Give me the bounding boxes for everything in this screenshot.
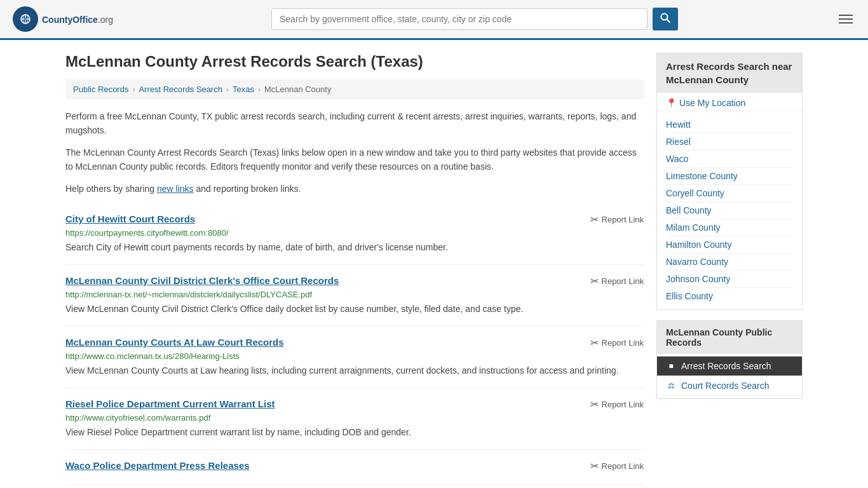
report-link-label-3: Report Link [602,400,644,409]
result-title-3[interactable]: Riesel Police Department Current Warrant… [65,398,275,409]
nearby-link-10[interactable]: Ellis County [666,288,793,304]
nearby-link-0[interactable]: Hewitt [666,116,793,133]
desc3-suffix: and reporting broken links. [194,184,301,194]
public-records-link-0[interactable]: ■Arrest Records Search [657,356,802,376]
use-location-link[interactable]: Use My Location [679,98,745,108]
report-icon-1: ✂ [590,275,599,287]
breadcrumb-texas[interactable]: Texas [233,85,254,94]
menu-button[interactable] [836,12,855,26]
results-list: City of Hewitt Court Records ✂ Report Li… [65,203,644,485]
result-item: Waco Police Department Press Releases ✂ … [65,450,644,485]
description-1: Perform a free McLennan County, TX publi… [65,109,644,138]
nearby-title: Arrest Records Search near McLennan Coun… [657,53,802,93]
description-2: The McLennan County Arrest Records Searc… [65,146,644,174]
result-url-0: https://courtpayments.cityofhewitt.com:8… [65,228,644,238]
result-desc-1: View McLennan County Civil District Cler… [65,302,644,316]
nearby-link-3[interactable]: Limestone County [666,168,793,185]
result-url-3: http://www.cityofriesel.com/warrants.pdf [65,413,644,423]
report-link-button-1[interactable]: ✂ Report Link [590,275,644,287]
header: CountyOffice.org [0,0,868,40]
breadcrumb-sep: › [258,85,261,94]
result-desc-0: Search City of Hewitt court payments rec… [65,241,644,254]
nearby-links: HewittRieselWacoLimestone CountyCoryell … [657,111,802,309]
report-link-label-4: Report Link [602,461,644,471]
nearby-link-2[interactable]: Waco [666,151,793,168]
result-title-1[interactable]: McLennan County Civil District Clerk's O… [65,275,339,286]
report-icon-4: ✂ [590,460,599,472]
result-title-4[interactable]: Waco Police Department Press Releases [65,460,250,471]
nearby-section: Arrest Records Search near McLennan Coun… [656,53,803,310]
report-icon-3: ✂ [590,398,599,410]
public-records-label-0: Arrest Records Search [681,361,771,371]
report-link-label-0: Report Link [602,215,644,224]
nearby-link-1[interactable]: Riesel [666,133,793,151]
result-title-0[interactable]: City of Hewitt Court Records [65,214,195,224]
public-records-icon-1: ⚖ [666,381,676,390]
desc3-prefix: Help others by sharing [65,184,157,194]
public-records-title: McLennan County Public Records [657,321,802,354]
search-input[interactable] [271,8,648,30]
nearby-link-8[interactable]: Navarro County [666,254,793,271]
breadcrumb-current: McLennan County [264,85,332,94]
result-item: McLennan County Civil District Clerk's O… [65,265,644,327]
svg-point-5 [24,18,27,20]
page-title: McLennan County Arrest Records Search (T… [65,53,644,71]
nearby-link-5[interactable]: Bell County [666,202,793,219]
new-links-link[interactable]: new links [157,184,194,194]
result-url-1: http://mclennan-tx.net/~mclennan/distcle… [65,290,644,299]
result-item: Riesel Police Department Current Warrant… [65,388,644,450]
report-icon-0: ✂ [590,214,599,226]
public-records-link-1[interactable]: ⚖Court Records Search [657,376,802,396]
breadcrumb-arrest-records[interactable]: Arrest Records Search [139,85,222,94]
report-link-button-0[interactable]: ✂ Report Link [590,214,644,226]
breadcrumb-sep: › [132,85,135,94]
public-records-section: McLennan County Public Records ■Arrest R… [656,320,803,399]
result-item: McLennan County Courts At Law Court Reco… [65,327,644,388]
public-records-label-1: Court Records Search [681,381,770,391]
nearby-link-7[interactable]: Hamilton County [666,236,793,254]
main-content: McLennan County Arrest Records Search (T… [65,53,644,485]
public-records-links: ■Arrest Records Search⚖Court Records Sea… [657,354,802,398]
menu-line [839,18,853,20]
menu-line [839,22,853,24]
nearby-link-4[interactable]: Coryell County [666,185,793,202]
public-records-icon-0: ■ [666,362,676,370]
result-desc-3: View Riesel Police Department current wa… [65,426,644,439]
result-title-2[interactable]: McLennan County Courts At Law Court Reco… [65,337,284,348]
nearby-link-9[interactable]: Johnson County [666,271,793,288]
result-item: City of Hewitt Court Records ✂ Report Li… [65,203,644,265]
search-area [271,8,678,30]
logo-area: CountyOffice.org [13,6,113,32]
svg-line-7 [667,19,670,22]
page-container: McLennan County Arrest Records Search (T… [53,40,815,488]
location-icon: 📍 [666,98,677,108]
report-link-button-3[interactable]: ✂ Report Link [590,398,644,410]
description-3: Help others by sharing new links and rep… [65,182,644,196]
breadcrumb-public-records[interactable]: Public Records [73,85,128,94]
report-link-label-2: Report Link [602,338,644,348]
use-location: 📍 Use My Location [657,93,802,111]
menu-line [839,15,853,16]
search-icon [660,13,670,23]
breadcrumb-sep: › [226,85,229,94]
nearby-link-6[interactable]: Milam County [666,219,793,236]
report-link-button-2[interactable]: ✂ Report Link [590,337,644,349]
logo-icon [13,6,38,32]
result-url-2: http://www.co.mclennan.tx.us/280/Hearing… [65,351,644,361]
breadcrumb: Public Records › Arrest Records Search ›… [65,79,644,99]
report-icon-2: ✂ [590,337,599,349]
sidebar: Arrest Records Search near McLennan Coun… [656,53,803,485]
search-button[interactable] [653,8,678,30]
report-link-button-4[interactable]: ✂ Report Link [590,460,644,472]
result-desc-2: View McLennan County Courts at Law heari… [65,364,644,377]
report-link-label-1: Report Link [602,276,644,286]
logo-text: CountyOffice.org [42,13,113,26]
